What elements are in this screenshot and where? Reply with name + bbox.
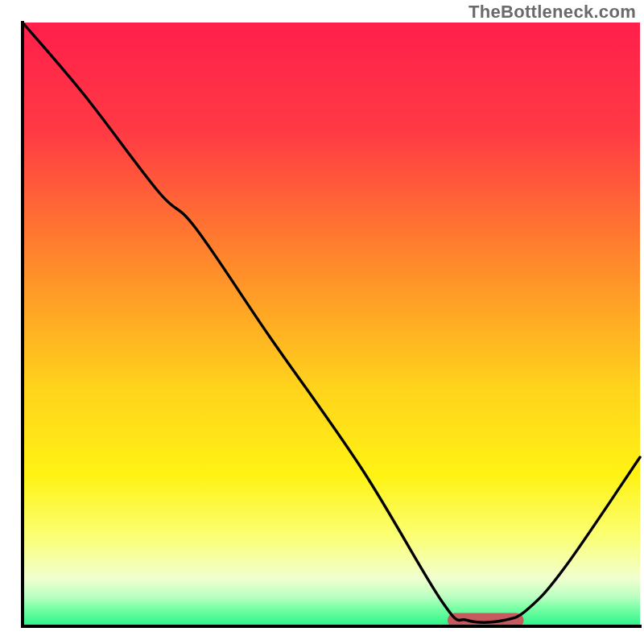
gradient-background [23,23,640,626]
bottleneck-chart [0,0,644,644]
watermark-text: TheBottleneck.com [469,2,636,23]
chart-frame: TheBottleneck.com [0,0,644,644]
